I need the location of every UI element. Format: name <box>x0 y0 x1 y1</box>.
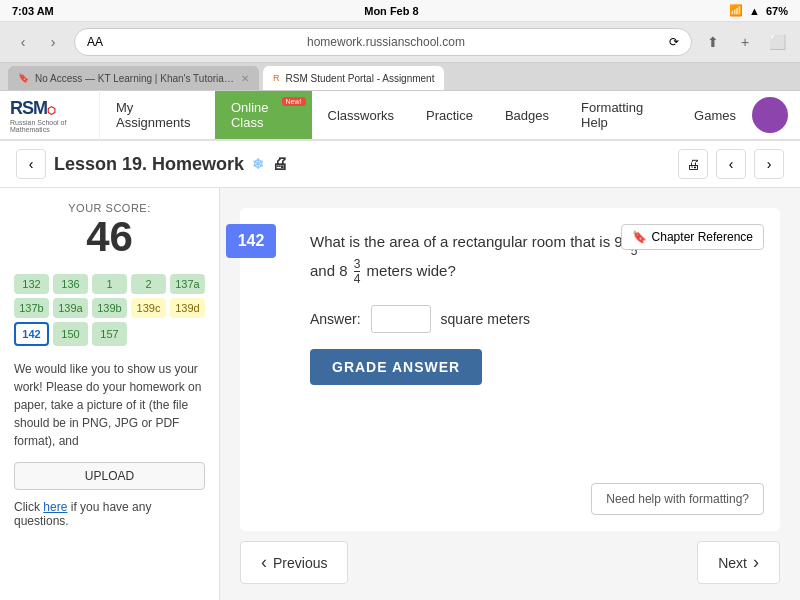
upload-button[interactable]: UPLOAD <box>14 462 205 490</box>
address-bar[interactable]: AA homework.russianschool.com ⟳ <box>74 28 692 56</box>
back-chevron[interactable]: ‹ <box>16 149 46 179</box>
problem-btn-132[interactable]: 132 <box>14 274 49 294</box>
logo-sub: Russian School of Mathematics <box>10 119 89 133</box>
snowflake-icon-1: ❄ <box>252 156 264 172</box>
tab-2-label: RSM Student Portal - Assignment <box>286 73 435 84</box>
problem-btn-150[interactable]: 150 <box>53 322 88 346</box>
browser-tabs: 🔖 No Access — KT Learning | Khan's Tutor… <box>0 63 800 91</box>
problem-grid: 132 136 1 2 137a 137b 139a 139b 139c 139… <box>14 274 205 346</box>
problem-btn-2[interactable]: 2 <box>131 274 166 294</box>
problem-btn-136[interactable]: 136 <box>53 274 88 294</box>
browser-nav: ‹ › <box>10 29 66 55</box>
here-link[interactable]: here <box>43 500 67 514</box>
chevron-right-icon <box>753 552 759 573</box>
grade-answer-button[interactable]: GRADE ANSWER <box>310 349 482 385</box>
status-bar: 7:03 AM Mon Feb 8 📶 ▲ 67% <box>0 0 800 22</box>
problem-container: 142 🔖 Chapter Reference What is the area… <box>240 208 780 531</box>
tab-1-close[interactable]: ✕ <box>241 73 249 84</box>
prev-lesson-btn[interactable]: ‹ <box>716 149 746 179</box>
nav-online-class[interactable]: Online Class New! <box>215 91 312 139</box>
sidebar: YOUR SCORE: 46 132 136 1 2 137a 137b 139… <box>0 188 220 600</box>
browser-chrome: ‹ › AA homework.russianschool.com ⟳ ⬆ + … <box>0 22 800 63</box>
chapter-reference-button[interactable]: 🔖 Chapter Reference <box>621 224 764 250</box>
rsm-logo: RSM⬡ Russian School of Mathematics <box>0 90 100 140</box>
problem-btn-139c[interactable]: 139c <box>131 298 166 318</box>
problem-btn-139d[interactable]: 139d <box>170 298 205 318</box>
nav-buttons: Previous Next <box>240 531 780 584</box>
click-here-text: Click here if you have any questions. <box>14 500 205 528</box>
answer-unit: square meters <box>441 311 530 327</box>
back-button[interactable]: ‹ <box>10 29 36 55</box>
next-lesson-btn[interactable]: › <box>754 149 784 179</box>
status-day: Mon Feb 8 <box>364 5 418 17</box>
battery-level: 67% <box>766 5 788 17</box>
status-time: 7:03 AM <box>12 5 54 17</box>
problem-area: 142 🔖 Chapter Reference What is the area… <box>220 188 800 600</box>
problem-btn-1[interactable]: 1 <box>92 274 127 294</box>
problem-number-badge: 142 <box>226 224 276 258</box>
avatar[interactable] <box>752 97 788 133</box>
print-button[interactable]: 🖨 <box>678 149 708 179</box>
page-header: ‹ Lesson 19. Homework ❄ 🖨 🖨 ‹ › <box>0 141 800 188</box>
nav-my-assignments[interactable]: My Assignments <box>100 91 215 139</box>
nav-tabs: My Assignments Online Class New! Classwo… <box>100 91 752 139</box>
tab-2[interactable]: R RSM Student Portal - Assignment <box>263 66 444 90</box>
browser-actions: ⬆ + ⬜ <box>700 29 790 55</box>
problem-btn-142[interactable]: 142 <box>14 322 49 346</box>
font-size-control: AA <box>87 35 103 49</box>
share-button[interactable]: ⬆ <box>700 29 726 55</box>
page-title: Lesson 19. Homework <box>54 154 244 175</box>
url-display: homework.russianschool.com <box>109 35 663 49</box>
mixed-num-2: 3 4 <box>352 258 363 285</box>
score-section: YOUR SCORE: 46 <box>14 202 205 260</box>
answer-section: Answer: square meters <box>264 305 756 333</box>
main-content: YOUR SCORE: 46 132 136 1 2 137a 137b 139… <box>0 188 800 600</box>
location-icon: ▲ <box>749 5 760 17</box>
nav-practice[interactable]: Practice <box>410 91 489 139</box>
score-value: 46 <box>14 214 205 260</box>
problem-btn-139a[interactable]: 139a <box>53 298 88 318</box>
app-header: RSM⬡ Russian School of Mathematics My As… <box>0 91 800 141</box>
status-icons: 📶 ▲ 67% <box>729 4 788 17</box>
logo-text: RSM⬡ <box>10 98 89 119</box>
fraction-2: 3 4 <box>354 258 361 285</box>
problem-btn-137a[interactable]: 137a <box>170 274 205 294</box>
problem-btn-137b[interactable]: 137b <box>14 298 49 318</box>
answer-input[interactable] <box>371 305 431 333</box>
nav-badges[interactable]: Badges <box>489 91 565 139</box>
print-icon: 🖨 <box>272 155 288 173</box>
bookmark-icon: 🔖 <box>632 230 647 244</box>
nav-games[interactable]: Games <box>678 91 752 139</box>
instructions-text: We would like you to show us your work! … <box>14 360 205 450</box>
wifi-icon: 📶 <box>729 4 743 17</box>
problem-btn-139b[interactable]: 139b <box>92 298 127 318</box>
help-formatting-button[interactable]: Need help with formatting? <box>591 483 764 515</box>
new-tab-button[interactable]: + <box>732 29 758 55</box>
tab-1[interactable]: 🔖 No Access — KT Learning | Khan's Tutor… <box>8 66 259 90</box>
chevron-left-icon <box>261 552 267 573</box>
tab-1-label: No Access — KT Learning | Khan's Tutoria… <box>35 73 235 84</box>
previous-button[interactable]: Previous <box>240 541 348 584</box>
forward-button[interactable]: › <box>40 29 66 55</box>
nav-classworks[interactable]: Classworks <box>312 91 410 139</box>
problem-btn-157[interactable]: 157 <box>92 322 127 346</box>
lesson-title: ‹ Lesson 19. Homework ❄ 🖨 <box>16 149 288 179</box>
refresh-icon[interactable]: ⟳ <box>669 35 679 49</box>
tabs-button[interactable]: ⬜ <box>764 29 790 55</box>
answer-label: Answer: <box>310 311 361 327</box>
next-button[interactable]: Next <box>697 541 780 584</box>
nav-formatting-help[interactable]: Formatting Help <box>565 91 678 139</box>
new-badge: New! <box>282 97 306 106</box>
page-header-right: 🖨 ‹ › <box>678 149 784 179</box>
